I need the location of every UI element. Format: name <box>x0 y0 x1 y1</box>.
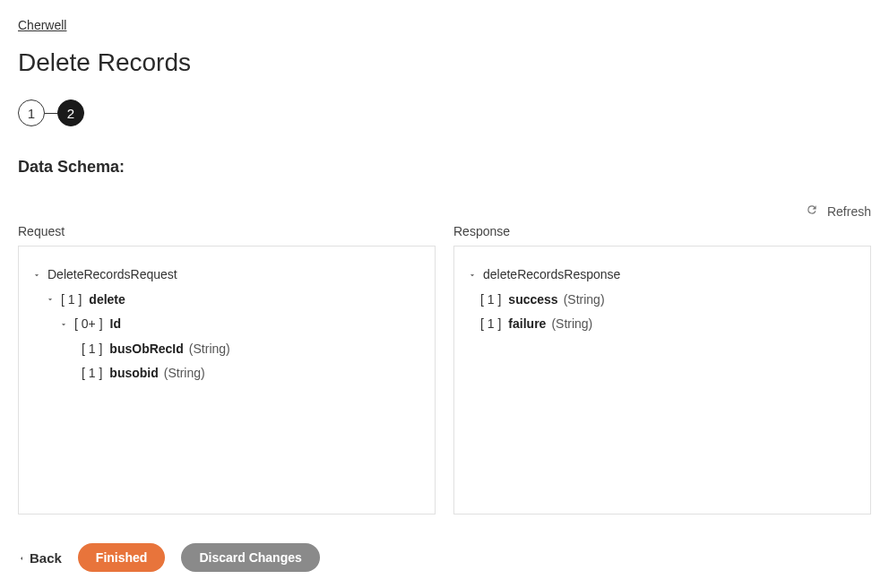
request-root-label: DeleteRecordsRequest <box>47 266 177 284</box>
response-box: deleteRecordsResponse [ 1 ] success (Str… <box>453 246 871 514</box>
step-1[interactable]: 1 <box>18 99 45 126</box>
request-column: Request DeleteRecordsRequest [ 1 ] delet… <box>18 224 436 514</box>
page-title: Delete Records <box>18 48 871 77</box>
field-type: (String) <box>551 316 592 333</box>
footer-actions: Back Finished Discard Changes <box>18 543 871 572</box>
request-label: Request <box>18 224 436 238</box>
chevron-left-icon <box>18 550 25 566</box>
field-type: (String) <box>189 341 230 359</box>
field-name: delete <box>89 291 125 309</box>
bracket-text: [ 1 ] <box>82 341 102 359</box>
response-root-label: deleteRecordsResponse <box>483 266 620 284</box>
field-name: failure <box>508 316 546 333</box>
discard-changes-button[interactable]: Discard Changes <box>181 543 319 572</box>
field-name: busObRecId <box>109 341 183 359</box>
response-root-node[interactable]: deleteRecordsResponse <box>467 263 858 288</box>
chevron-down-icon <box>45 294 56 305</box>
stepper: 1 2 <box>18 99 871 126</box>
response-failure-node: [ 1 ] failure (String) <box>467 312 858 337</box>
bracket-text: [ 1 ] <box>61 291 82 309</box>
bracket-text: [ 1 ] <box>480 291 501 309</box>
chevron-down-icon <box>467 270 478 281</box>
refresh-icon <box>806 203 818 219</box>
request-busobrecid-node: [ 1 ] busObRecId (String) <box>31 337 422 362</box>
response-column: Response deleteRecordsResponse [ 1 ] suc… <box>453 224 871 514</box>
field-type: (String) <box>164 365 205 383</box>
request-delete-node[interactable]: [ 1 ] delete <box>31 288 422 313</box>
back-button[interactable]: Back <box>18 550 62 566</box>
refresh-label: Refresh <box>827 204 871 219</box>
response-label: Response <box>453 224 871 238</box>
field-name: busobid <box>109 365 158 383</box>
breadcrumb-cherwell[interactable]: Cherwell <box>18 18 66 32</box>
request-busobid-node: [ 1 ] busobid (String) <box>31 361 422 386</box>
request-id-node[interactable]: [ 0+ ] Id <box>31 312 422 337</box>
step-2[interactable]: 2 <box>57 99 84 126</box>
back-label: Back <box>30 550 62 566</box>
bracket-text: [ 1 ] <box>480 316 501 333</box>
bracket-text: [ 1 ] <box>82 365 102 383</box>
finished-button[interactable]: Finished <box>78 543 166 572</box>
bracket-text: [ 0+ ] <box>74 316 103 333</box>
request-root-node[interactable]: DeleteRecordsRequest <box>31 263 422 288</box>
step-connector <box>45 113 57 114</box>
chevron-down-icon <box>31 270 42 281</box>
response-success-node: [ 1 ] success (String) <box>467 288 858 313</box>
section-title: Data Schema: <box>18 158 871 177</box>
chevron-down-icon <box>58 319 69 330</box>
field-name: Id <box>110 316 121 333</box>
field-type: (String) <box>564 291 605 309</box>
field-name: success <box>508 291 557 309</box>
request-box: DeleteRecordsRequest [ 1 ] delete [ 0+ ]… <box>18 246 436 514</box>
refresh-button[interactable]: Refresh <box>18 203 871 219</box>
